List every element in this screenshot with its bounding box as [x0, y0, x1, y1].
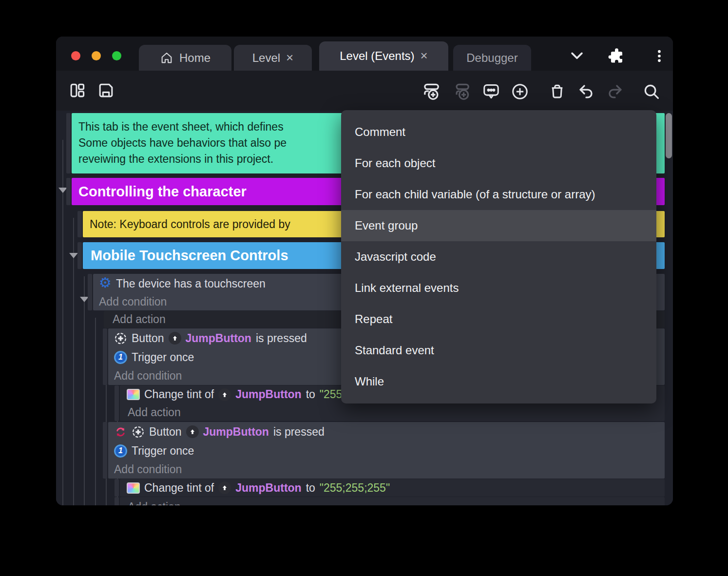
group-title: Controlling the character [78, 184, 247, 200]
gutter-line [73, 218, 74, 505]
event-margin [115, 385, 119, 421]
layout-icon[interactable] [68, 81, 86, 99]
tab-label: Debugger [466, 51, 517, 65]
action-change-tint-2[interactable]: Change tint of JumpButton to "255;255;25… [120, 479, 665, 497]
vertical-scrollbar-thumb[interactable] [666, 113, 672, 158]
add-action-link[interactable]: Add action [120, 403, 665, 421]
condition-text: The device has a touchscreen [116, 277, 266, 290]
trigger-once-icon: 1 [114, 444, 127, 458]
add-comment-button[interactable] [481, 82, 501, 101]
tab-level-events[interactable]: Level (Events) × [319, 41, 448, 71]
menu-item-javascript-code[interactable]: Javascript code [341, 241, 656, 272]
trigger-once-icon: 1 [114, 351, 127, 364]
macos-maximize-button[interactable] [112, 51, 121, 60]
to-label: to [306, 481, 315, 495]
macos-close-button[interactable] [71, 51, 80, 60]
search-icon [642, 82, 661, 101]
tab-home[interactable]: Home [139, 45, 231, 71]
add-subevent-button[interactable] [453, 81, 473, 101]
toolbar [56, 71, 673, 111]
event-margin [66, 178, 71, 205]
menu-item-repeat[interactable]: Repeat [341, 304, 656, 335]
event-margin [103, 422, 107, 479]
event-margin [66, 113, 71, 173]
up-arrow-badge-icon [186, 425, 199, 438]
tab-label: Level (Events) [340, 49, 414, 63]
note-text: Note: Keyboard controls are provided by [90, 218, 290, 231]
instance-name: JumpButton [235, 481, 301, 495]
save-icon[interactable] [97, 81, 115, 99]
object-label: Button [149, 425, 182, 439]
action-verb: Change tint of [144, 481, 214, 495]
chevron-down-icon[interactable] [569, 49, 585, 63]
add-event-context-menu: Comment For each object For each child v… [341, 110, 656, 403]
add-action-row-clipped[interactable]: Add action [120, 497, 665, 505]
gutter-line [95, 318, 96, 505]
instance-name: JumpButton [186, 332, 251, 345]
add-object-button[interactable] [511, 82, 529, 101]
add-subevent-icon [453, 81, 473, 101]
macos-minimize-button[interactable] [92, 51, 101, 60]
event-margin [77, 242, 82, 269]
gear-icon: ⚙ [99, 276, 112, 290]
search-button[interactable] [642, 82, 661, 101]
up-arrow-badge-icon [218, 481, 231, 494]
kebab-menu-icon[interactable] [651, 48, 667, 64]
event-jumpbutton-pressed-2[interactable]: Button JumpButton is pressed 1 Trigger o… [108, 422, 665, 479]
dpad-button-icon [114, 332, 127, 345]
event-margin [77, 211, 82, 237]
redo-icon [606, 82, 624, 101]
to-label: to [306, 388, 315, 401]
condition-suffix: is pressed [256, 332, 307, 345]
menu-item-event-group[interactable]: Event group [341, 210, 656, 241]
tab-label: Home [179, 51, 211, 65]
up-arrow-badge-icon [169, 332, 181, 345]
comment-bubble-icon [481, 82, 501, 101]
swap-arrows-icon [114, 425, 127, 439]
event-margin [88, 274, 92, 310]
menu-item-standard-event[interactable]: Standard event [341, 335, 656, 366]
redo-button[interactable] [606, 82, 624, 101]
home-icon [160, 51, 173, 65]
gutter-line [84, 276, 85, 505]
menu-item-while[interactable]: While [341, 366, 656, 397]
menu-item-for-each-object[interactable]: For each object [341, 148, 656, 179]
add-event-button[interactable] [422, 81, 443, 101]
group-title: Mobile Touchscreen Controls [91, 248, 288, 264]
palette-icon [127, 482, 140, 494]
instance-name: JumpButton [235, 388, 301, 401]
dpad-button-icon [132, 425, 145, 439]
palette-icon [127, 389, 140, 400]
trash-icon [548, 82, 566, 100]
instance-name: JumpButton [203, 425, 269, 439]
add-event-icon [422, 81, 443, 101]
action-verb: Change tint of [144, 388, 214, 401]
undo-icon [577, 82, 595, 101]
undo-button[interactable] [577, 82, 595, 101]
close-icon[interactable]: × [421, 49, 428, 62]
close-icon[interactable]: × [286, 51, 293, 64]
trigger-once-label: Trigger once [132, 444, 194, 458]
trigger-once-label: Trigger once [132, 351, 194, 364]
menu-item-link-external-events[interactable]: Link external events [341, 272, 656, 304]
tint-value: "255;255;255" [320, 481, 390, 495]
object-label: Button [132, 332, 164, 345]
tab-label: Level [252, 51, 280, 65]
add-condition-link[interactable]: Add condition [108, 460, 665, 479]
tab-level[interactable]: Level × [234, 45, 312, 71]
event-margin [115, 479, 119, 497]
app-window: Home Level × Level (Events) × Debugger [56, 37, 673, 505]
plus-circle-icon [511, 82, 529, 101]
gutter-line [62, 140, 63, 505]
titlebar: Home Level × Level (Events) × Debugger [56, 37, 673, 71]
puzzle-icon[interactable] [608, 47, 625, 65]
tab-debugger[interactable]: Debugger [453, 45, 531, 71]
menu-item-for-each-child-variable[interactable]: For each child variable (of a structure … [341, 179, 656, 210]
condition-suffix: is pressed [273, 425, 325, 439]
event-margin [115, 497, 119, 505]
event-margin [103, 328, 107, 385]
up-arrow-badge-icon [218, 388, 231, 401]
collapse-toggle-icon[interactable] [69, 253, 78, 258]
delete-button[interactable] [548, 82, 566, 100]
menu-item-comment[interactable]: Comment [341, 116, 656, 148]
